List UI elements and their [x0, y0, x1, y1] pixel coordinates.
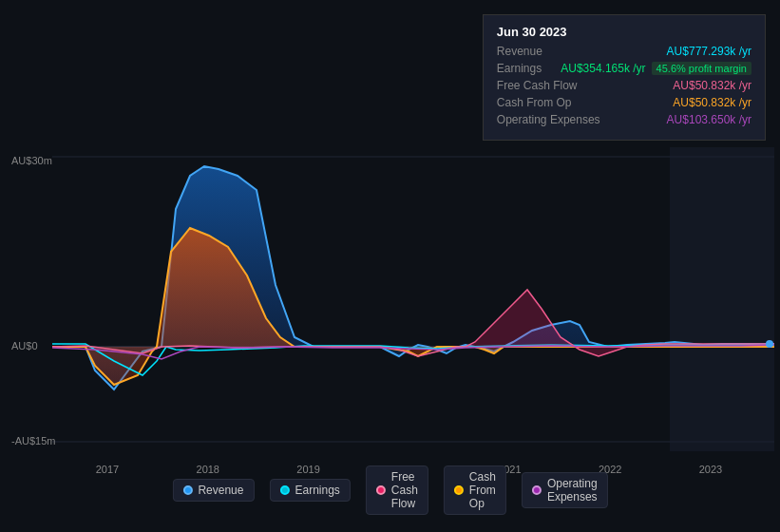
tooltip-value-opex: AU$103.650k /yr	[667, 113, 751, 126]
y-label-bot: -AU$15m	[11, 435, 55, 446]
tooltip-row-revenue: Revenue AU$777.293k /yr	[497, 45, 751, 58]
tooltip-value-earnings: AU$354.165k /yr	[561, 62, 645, 75]
legend-item-earnings[interactable]: Earnings	[269, 479, 350, 502]
legend-label-earnings: Earnings	[295, 484, 339, 497]
y-label-top: AU$30m	[11, 155, 52, 166]
tooltip-row-opex: Operating Expenses AU$103.650k /yr	[497, 113, 751, 126]
legend-item-cashfromop[interactable]: Cash From Op	[444, 466, 506, 515]
tooltip-date: Jun 30 2023	[497, 25, 751, 39]
legend-dot-revenue	[182, 485, 192, 495]
tooltip-row-earnings: Earnings AU$354.165k /yr 45.6% profit ma…	[497, 62, 751, 75]
tooltip-value-fcf: AU$50.832k /yr	[673, 79, 751, 92]
legend-dot-cashfromop	[454, 485, 464, 495]
legend-dot-opex	[532, 485, 542, 495]
x-label-2023: 2023	[699, 464, 722, 475]
tooltip-label-cashfromop: Cash From Op	[497, 96, 572, 109]
legend-label-fcf: Free Cash Flow	[391, 470, 418, 510]
tooltip-row-fcf: Free Cash Flow AU$50.832k /yr	[497, 79, 751, 92]
y-label-mid: AU$0	[11, 340, 38, 352]
tooltip-label-revenue: Revenue	[497, 45, 542, 58]
legend-dot-earnings	[279, 485, 289, 495]
legend-item-opex[interactable]: Operating Expenses	[522, 472, 608, 508]
tooltip-label-earnings: Earnings	[497, 62, 542, 75]
tooltip-value-cashfromop: AU$50.832k /yr	[673, 96, 751, 109]
chart-container: AU$30m AU$0 -AU$15m 2017 2018 2019 2020 …	[0, 0, 780, 532]
svg-point-5	[766, 340, 773, 348]
tooltip-earnings-right: AU$354.165k /yr 45.6% profit margin	[561, 62, 751, 75]
legend: Revenue Earnings Free Cash Flow Cash Fro…	[172, 466, 607, 515]
legend-item-fcf[interactable]: Free Cash Flow	[366, 466, 428, 515]
tooltip-label-fcf: Free Cash Flow	[497, 79, 578, 92]
svg-rect-4	[670, 147, 774, 451]
tooltip-label-opex: Operating Expenses	[497, 113, 600, 126]
x-label-2017: 2017	[96, 464, 119, 475]
tooltip: Jun 30 2023 Revenue AU$777.293k /yr Earn…	[483, 14, 766, 141]
legend-label-revenue: Revenue	[198, 484, 243, 497]
legend-label-opex: Operating Expenses	[547, 477, 598, 504]
profit-margin-badge: 45.6% profit margin	[652, 62, 751, 75]
svg-rect-0	[52, 147, 774, 451]
legend-label-cashfromop: Cash From Op	[469, 470, 496, 510]
tooltip-value-revenue: AU$777.293k /yr	[667, 45, 751, 58]
tooltip-row-cashfromop: Cash From Op AU$50.832k /yr	[497, 96, 751, 109]
legend-dot-fcf	[376, 485, 386, 495]
legend-item-revenue[interactable]: Revenue	[172, 479, 254, 502]
